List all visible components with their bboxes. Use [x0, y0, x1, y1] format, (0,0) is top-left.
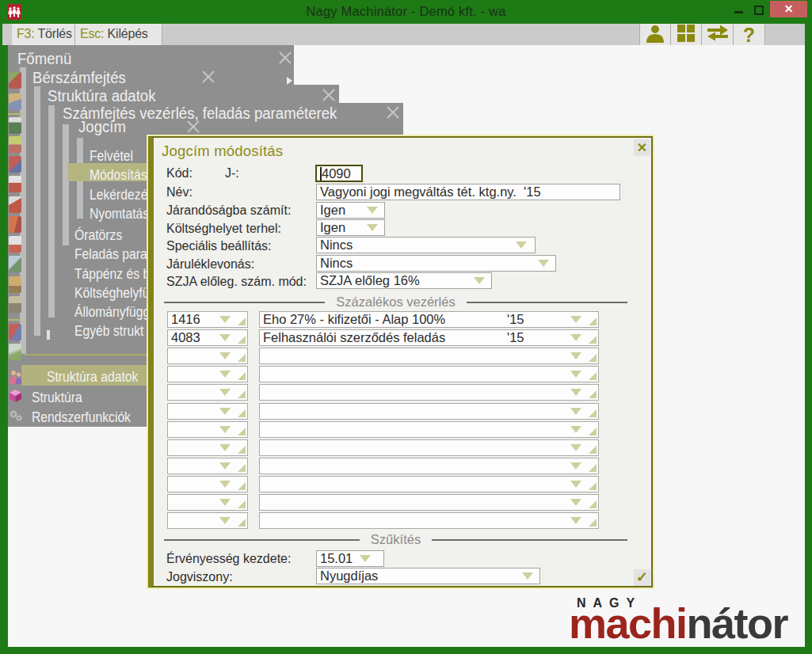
percent-row-code-select[interactable] — [167, 494, 248, 511]
jogcim-modositas-dialog: Jogcím módosítás ✕ Kód: J-: 4090 Név: Va… — [148, 136, 653, 587]
percent-row-name-select[interactable] — [259, 366, 599, 382]
modules-button[interactable] — [671, 24, 702, 45]
percent-row-code-select[interactable] — [167, 512, 248, 529]
menu-icon-gift[interactable] — [9, 324, 21, 340]
percent-row-name-select[interactable] — [259, 348, 599, 364]
percent-row-name-select[interactable]: Eho 27% - kifizetői - Alap 100%'15 — [259, 311, 599, 328]
logo-machinator-text: machinátor — [569, 601, 787, 645]
menu-icon-flask[interactable] — [9, 236, 21, 253]
percent-row-code-select[interactable] — [167, 439, 248, 456]
menu-icon-package[interactable] — [9, 276, 21, 293]
menu-item-oratorzs[interactable]: Óratörzs — [74, 226, 122, 243]
percent-row-code-select[interactable] — [167, 384, 248, 401]
percent-row-code-select[interactable] — [167, 403, 248, 420]
percent-row-name-select[interactable] — [259, 512, 599, 529]
percent-row-name-select[interactable] — [259, 458, 599, 474]
szja-label: SZJA előleg. szám. mód: — [166, 275, 307, 289]
window-title-fomenu[interactable]: Főmenü — [17, 51, 71, 67]
menu-icon-box[interactable] — [9, 176, 21, 192]
close-icon-fomenu[interactable] — [279, 51, 292, 64]
percent-row-name-select[interactable] — [259, 384, 599, 401]
specialis-select[interactable]: Nincs — [316, 237, 536, 253]
menu-icon-books[interactable] — [9, 296, 21, 313]
nev-input[interactable]: Vagyoni jogi megváltás tét. ktg.ny. '15 — [316, 184, 620, 200]
percent-row-name-select[interactable]: Felhasználói szerződés feladás'15 — [259, 329, 599, 346]
menu-icon-plate[interactable] — [9, 136, 21, 153]
menu-icon-card[interactable] — [9, 256, 21, 272]
percent-row-code-select[interactable]: 4083 — [167, 329, 248, 346]
swap-arrows-icon — [706, 25, 730, 45]
menu-item-nyomtatas[interactable]: Nyomtatás — [90, 205, 149, 222]
jarulek-select[interactable]: Nincs — [316, 255, 556, 272]
menu-item-allomanyfuggo[interactable]: Állományfügg — [74, 303, 150, 320]
menu-divider — [25, 354, 156, 356]
percent-row-name-select[interactable] — [259, 476, 599, 492]
scroll-strip[interactable] — [34, 86, 40, 336]
validity-select[interactable]: 15.01 — [316, 550, 384, 567]
percent-section-divider: Százalékos vezérlés — [164, 295, 627, 310]
dialog-ok-button[interactable]: ✓ — [634, 569, 650, 586]
validity-value: 15.01 — [320, 551, 353, 565]
scroll-strip[interactable] — [48, 105, 55, 317]
percent-row-name-select[interactable] — [259, 439, 599, 456]
menu-item-modositas[interactable]: Módosítás — [90, 166, 147, 183]
menu-item-egyeb-struktura[interactable]: Egyéb strukt — [74, 322, 143, 339]
percent-row-code-select[interactable] — [167, 348, 248, 364]
esc-action-label: Kilépés — [104, 27, 147, 40]
scroll-strip[interactable] — [63, 124, 69, 245]
percent-row-name-select[interactable] — [259, 494, 599, 511]
kod-value: 4090 — [322, 166, 351, 181]
menu-item-tappenz[interactable]: Táppénz és b — [74, 265, 150, 282]
menu-icon-cart[interactable] — [9, 93, 21, 110]
menu-item-felvetel[interactable]: Felvétel — [90, 147, 133, 164]
menu-icon-tray[interactable] — [9, 196, 21, 213]
koltseghely-select[interactable]: Igen — [316, 219, 385, 236]
window-title-berszamfejtes[interactable]: Bérszámfejtés — [32, 70, 126, 86]
maximize-button[interactable] — [754, 6, 764, 15]
menu-item-rendszerfunkciok[interactable]: Rendszerfunkciók — [32, 409, 131, 425]
close-icon-jogcim[interactable] — [187, 120, 200, 133]
user-button[interactable] — [639, 24, 671, 45]
f3-action-label: Törlés — [35, 27, 72, 40]
menu-item-lekerdezes[interactable]: Lekérdezé — [90, 186, 147, 203]
menu-icon-mail[interactable] — [9, 344, 21, 360]
kod-input[interactable]: 4090 — [315, 165, 363, 182]
menu-icon-monitor[interactable] — [9, 117, 21, 134]
scroll-mark — [47, 330, 50, 340]
help-button[interactable]: ? — [734, 24, 765, 45]
menu-icon-cube — [9, 389, 22, 403]
menu-item-feladas-parameterek[interactable]: Feladás para — [74, 245, 147, 262]
menu-item-koltseghelyfuggo[interactable]: Költséghelyfü — [74, 284, 149, 301]
percent-row-code-select[interactable] — [167, 366, 248, 382]
percent-row-name-select[interactable] — [259, 421, 599, 438]
jarandosag-label: Járandóságba számít: — [166, 203, 291, 218]
dialog-close-icon[interactable]: ✕ — [634, 139, 650, 156]
close-button[interactable]: ✕ — [770, 1, 807, 17]
percent-row-code-select[interactable] — [167, 421, 248, 438]
minimize-button[interactable] — [734, 11, 743, 13]
switch-button[interactable] — [702, 24, 734, 45]
window-title-struktura-adatok[interactable]: Struktúra adatok — [48, 88, 155, 104]
close-icon-szamfejtes[interactable] — [387, 106, 399, 119]
jogviszony-select[interactable]: Nyugdíjas — [316, 568, 540, 584]
menu-item-struktura-adatok[interactable]: Struktúra adatok — [47, 368, 138, 385]
koltseghely-label: Költséghelyet terhel: — [166, 222, 281, 236]
menu-separator — [8, 319, 21, 321]
percent-row-code-select[interactable] — [167, 458, 248, 474]
exit-button[interactable]: Esc: Kilépés — [75, 24, 162, 45]
submenu-arrow-icon — [287, 77, 292, 85]
percent-row-code-select[interactable] — [167, 476, 248, 492]
szja-select[interactable]: SZJA előleg 16% — [316, 272, 492, 289]
menu-item-struktura[interactable]: Struktúra — [32, 389, 82, 405]
menu-icon-blocks[interactable] — [9, 156, 21, 173]
delete-button[interactable]: F3: Törlés — [12, 24, 75, 45]
percent-row-code-select[interactable]: 1416 — [167, 311, 248, 328]
window-title-jogcim[interactable]: Jogcím — [78, 119, 126, 135]
jarandosag-select[interactable]: Igen — [316, 202, 385, 219]
percent-row-name-select[interactable] — [259, 403, 599, 420]
application-window: Nagy Machinátor - Demó kft. - wa ✕ F3: T… — [0, 0, 812, 654]
close-icon-struktura-adatok[interactable] — [322, 89, 335, 101]
close-icon-berszamfejtes[interactable] — [202, 70, 215, 83]
menu-icon-basket[interactable] — [9, 72, 21, 89]
menu-icon-book-red[interactable] — [9, 216, 21, 233]
